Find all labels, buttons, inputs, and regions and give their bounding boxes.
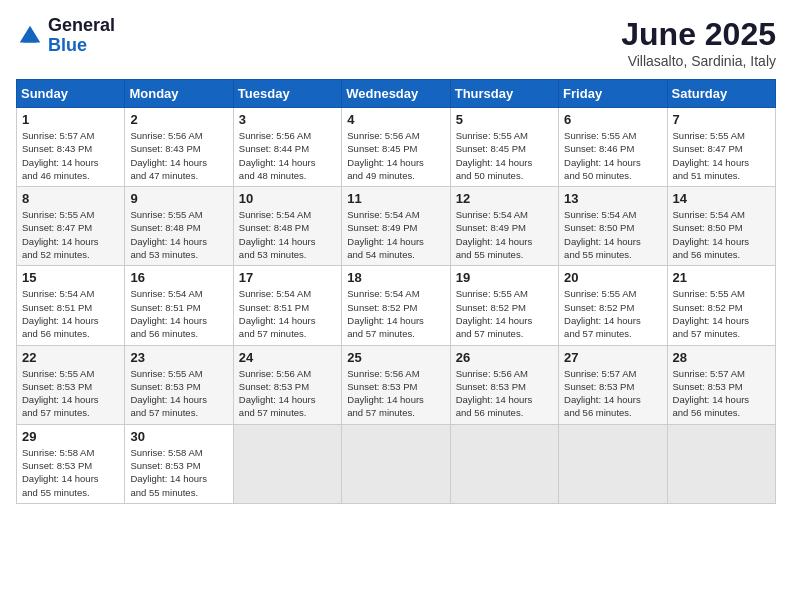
day-number: 1 [22, 112, 119, 127]
calendar-day-cell [667, 424, 775, 503]
calendar-day-cell: 9Sunrise: 5:55 AMSunset: 8:48 PMDaylight… [125, 187, 233, 266]
calendar-day-cell: 29Sunrise: 5:58 AMSunset: 8:53 PMDayligh… [17, 424, 125, 503]
day-number: 21 [673, 270, 770, 285]
calendar-week-row: 22Sunrise: 5:55 AMSunset: 8:53 PMDayligh… [17, 345, 776, 424]
day-info: Sunrise: 5:56 AMSunset: 8:53 PMDaylight:… [347, 367, 444, 420]
calendar-week-row: 15Sunrise: 5:54 AMSunset: 8:51 PMDayligh… [17, 266, 776, 345]
calendar-day-cell: 16Sunrise: 5:54 AMSunset: 8:51 PMDayligh… [125, 266, 233, 345]
day-info: Sunrise: 5:55 AMSunset: 8:52 PMDaylight:… [564, 287, 661, 340]
day-number: 12 [456, 191, 553, 206]
calendar-day-cell: 27Sunrise: 5:57 AMSunset: 8:53 PMDayligh… [559, 345, 667, 424]
day-info: Sunrise: 5:54 AMSunset: 8:51 PMDaylight:… [22, 287, 119, 340]
calendar-day-cell: 10Sunrise: 5:54 AMSunset: 8:48 PMDayligh… [233, 187, 341, 266]
weekday-header: Friday [559, 80, 667, 108]
calendar-day-cell: 26Sunrise: 5:56 AMSunset: 8:53 PMDayligh… [450, 345, 558, 424]
calendar-week-row: 8Sunrise: 5:55 AMSunset: 8:47 PMDaylight… [17, 187, 776, 266]
day-info: Sunrise: 5:57 AMSunset: 8:53 PMDaylight:… [564, 367, 661, 420]
calendar-day-cell: 11Sunrise: 5:54 AMSunset: 8:49 PMDayligh… [342, 187, 450, 266]
day-number: 2 [130, 112, 227, 127]
day-info: Sunrise: 5:54 AMSunset: 8:48 PMDaylight:… [239, 208, 336, 261]
calendar-day-cell: 3Sunrise: 5:56 AMSunset: 8:44 PMDaylight… [233, 108, 341, 187]
weekday-header: Thursday [450, 80, 558, 108]
day-number: 17 [239, 270, 336, 285]
weekday-header: Sunday [17, 80, 125, 108]
calendar-day-cell [450, 424, 558, 503]
calendar-day-cell: 25Sunrise: 5:56 AMSunset: 8:53 PMDayligh… [342, 345, 450, 424]
calendar-day-cell: 17Sunrise: 5:54 AMSunset: 8:51 PMDayligh… [233, 266, 341, 345]
calendar-day-cell: 12Sunrise: 5:54 AMSunset: 8:49 PMDayligh… [450, 187, 558, 266]
day-info: Sunrise: 5:55 AMSunset: 8:47 PMDaylight:… [22, 208, 119, 261]
logo-general-text: General [48, 16, 115, 36]
day-info: Sunrise: 5:54 AMSunset: 8:49 PMDaylight:… [347, 208, 444, 261]
day-number: 26 [456, 350, 553, 365]
weekday-header: Wednesday [342, 80, 450, 108]
location-text: Villasalto, Sardinia, Italy [621, 53, 776, 69]
day-info: Sunrise: 5:56 AMSunset: 8:44 PMDaylight:… [239, 129, 336, 182]
weekday-header: Tuesday [233, 80, 341, 108]
day-info: Sunrise: 5:56 AMSunset: 8:45 PMDaylight:… [347, 129, 444, 182]
day-number: 4 [347, 112, 444, 127]
day-number: 25 [347, 350, 444, 365]
calendar-day-cell: 13Sunrise: 5:54 AMSunset: 8:50 PMDayligh… [559, 187, 667, 266]
calendar-day-cell: 24Sunrise: 5:56 AMSunset: 8:53 PMDayligh… [233, 345, 341, 424]
page-header: General Blue June 2025 Villasalto, Sardi… [16, 16, 776, 69]
day-number: 9 [130, 191, 227, 206]
svg-rect-1 [23, 38, 36, 43]
title-block: June 2025 Villasalto, Sardinia, Italy [621, 16, 776, 69]
calendar-day-cell: 18Sunrise: 5:54 AMSunset: 8:52 PMDayligh… [342, 266, 450, 345]
day-info: Sunrise: 5:55 AMSunset: 8:52 PMDaylight:… [673, 287, 770, 340]
day-number: 10 [239, 191, 336, 206]
day-number: 20 [564, 270, 661, 285]
weekday-header: Saturday [667, 80, 775, 108]
logo: General Blue [16, 16, 115, 56]
calendar-week-row: 1Sunrise: 5:57 AMSunset: 8:43 PMDaylight… [17, 108, 776, 187]
day-info: Sunrise: 5:56 AMSunset: 8:53 PMDaylight:… [456, 367, 553, 420]
day-info: Sunrise: 5:56 AMSunset: 8:43 PMDaylight:… [130, 129, 227, 182]
day-number: 15 [22, 270, 119, 285]
day-number: 16 [130, 270, 227, 285]
day-number: 27 [564, 350, 661, 365]
day-info: Sunrise: 5:55 AMSunset: 8:47 PMDaylight:… [673, 129, 770, 182]
day-info: Sunrise: 5:54 AMSunset: 8:50 PMDaylight:… [564, 208, 661, 261]
day-number: 23 [130, 350, 227, 365]
day-number: 8 [22, 191, 119, 206]
calendar-day-cell: 5Sunrise: 5:55 AMSunset: 8:45 PMDaylight… [450, 108, 558, 187]
calendar-day-cell [233, 424, 341, 503]
day-number: 7 [673, 112, 770, 127]
calendar-day-cell: 30Sunrise: 5:58 AMSunset: 8:53 PMDayligh… [125, 424, 233, 503]
day-number: 30 [130, 429, 227, 444]
day-number: 29 [22, 429, 119, 444]
day-number: 24 [239, 350, 336, 365]
day-info: Sunrise: 5:58 AMSunset: 8:53 PMDaylight:… [22, 446, 119, 499]
day-number: 13 [564, 191, 661, 206]
day-info: Sunrise: 5:58 AMSunset: 8:53 PMDaylight:… [130, 446, 227, 499]
day-number: 19 [456, 270, 553, 285]
day-number: 18 [347, 270, 444, 285]
calendar-day-cell: 1Sunrise: 5:57 AMSunset: 8:43 PMDaylight… [17, 108, 125, 187]
day-number: 5 [456, 112, 553, 127]
calendar-day-cell: 21Sunrise: 5:55 AMSunset: 8:52 PMDayligh… [667, 266, 775, 345]
calendar-day-cell: 20Sunrise: 5:55 AMSunset: 8:52 PMDayligh… [559, 266, 667, 345]
calendar-day-cell: 19Sunrise: 5:55 AMSunset: 8:52 PMDayligh… [450, 266, 558, 345]
calendar-day-cell: 4Sunrise: 5:56 AMSunset: 8:45 PMDaylight… [342, 108, 450, 187]
calendar-day-cell [559, 424, 667, 503]
calendar-day-cell: 22Sunrise: 5:55 AMSunset: 8:53 PMDayligh… [17, 345, 125, 424]
day-info: Sunrise: 5:55 AMSunset: 8:52 PMDaylight:… [456, 287, 553, 340]
month-title: June 2025 [621, 16, 776, 53]
weekday-header: Monday [125, 80, 233, 108]
day-info: Sunrise: 5:54 AMSunset: 8:51 PMDaylight:… [239, 287, 336, 340]
day-number: 3 [239, 112, 336, 127]
calendar-week-row: 29Sunrise: 5:58 AMSunset: 8:53 PMDayligh… [17, 424, 776, 503]
day-info: Sunrise: 5:56 AMSunset: 8:53 PMDaylight:… [239, 367, 336, 420]
calendar-day-cell: 28Sunrise: 5:57 AMSunset: 8:53 PMDayligh… [667, 345, 775, 424]
day-info: Sunrise: 5:57 AMSunset: 8:43 PMDaylight:… [22, 129, 119, 182]
day-info: Sunrise: 5:55 AMSunset: 8:45 PMDaylight:… [456, 129, 553, 182]
day-info: Sunrise: 5:55 AMSunset: 8:53 PMDaylight:… [22, 367, 119, 420]
calendar-day-cell: 7Sunrise: 5:55 AMSunset: 8:47 PMDaylight… [667, 108, 775, 187]
calendar-day-cell: 6Sunrise: 5:55 AMSunset: 8:46 PMDaylight… [559, 108, 667, 187]
day-number: 14 [673, 191, 770, 206]
calendar-table: SundayMondayTuesdayWednesdayThursdayFrid… [16, 79, 776, 504]
logo-icon [16, 22, 44, 50]
day-number: 11 [347, 191, 444, 206]
day-number: 22 [22, 350, 119, 365]
